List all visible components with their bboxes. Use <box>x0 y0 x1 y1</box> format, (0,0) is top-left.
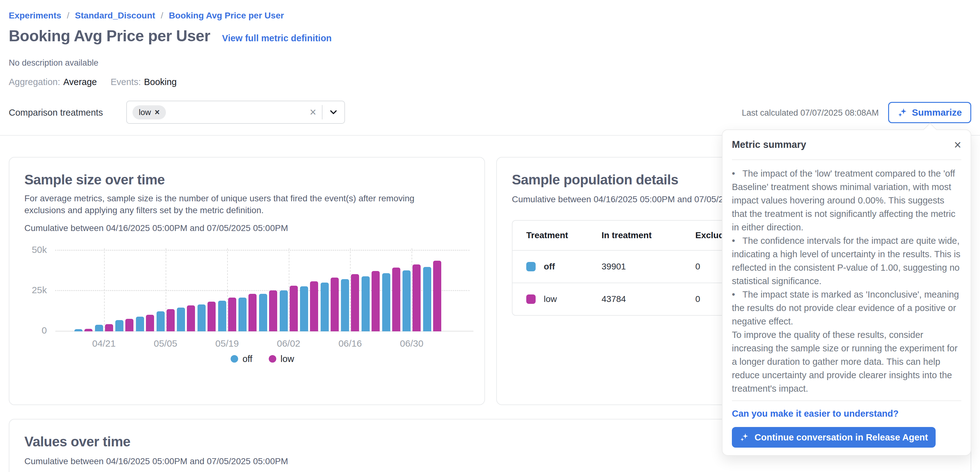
breadcrumb-item[interactable]: Standard_Discount <box>75 11 155 21</box>
bar-off[interactable] <box>75 329 83 331</box>
bar-low[interactable] <box>392 268 400 331</box>
sample-size-title: Sample size over time <box>24 172 469 188</box>
events-field: Events:Booking <box>111 77 177 87</box>
breadcrumb-item[interactable]: Booking Avg Price per User <box>169 11 284 21</box>
table-header-cell: Treatment <box>512 230 601 240</box>
bar-low[interactable] <box>412 265 421 331</box>
bar-pair <box>218 298 236 331</box>
aggregation-field: Aggregation:Average <box>9 77 97 87</box>
comparison-treatments-label: Comparison treatments <box>9 107 103 118</box>
bar-low[interactable] <box>146 315 154 331</box>
bar-low[interactable] <box>84 329 92 331</box>
bar-pair <box>361 271 380 331</box>
bar-off[interactable] <box>218 301 226 331</box>
y-tick-label: 50k <box>24 244 47 255</box>
title-row: Booking Avg Price per User View full met… <box>9 27 332 45</box>
summary-paragraph: To improve the quality of these results,… <box>732 328 961 395</box>
view-full-metric-definition-link[interactable]: View full metric definition <box>222 33 332 43</box>
bar-off[interactable] <box>115 320 123 331</box>
clear-selection-icon[interactable]: × <box>310 107 316 118</box>
bar-off[interactable] <box>136 317 144 331</box>
bar-pair <box>157 309 175 331</box>
bar-off[interactable] <box>423 267 431 331</box>
bar-low[interactable] <box>187 305 195 331</box>
in-treatment-cell: 39901 <box>601 262 695 272</box>
x-tick-label: 06/30 <box>400 338 423 349</box>
bar-pair <box>75 329 92 331</box>
sample-size-chart: 025k50k 04/2105/0505/1906/0206/1606/30 o… <box>24 244 469 372</box>
values-over-time-subtitle: Cumulative between 04/16/2025 05:00PM an… <box>24 456 956 466</box>
bar-off[interactable] <box>177 308 185 331</box>
events-label: Events: <box>111 77 141 87</box>
bar-off[interactable] <box>361 276 370 331</box>
bar-low[interactable] <box>248 294 256 331</box>
continue-conversation-label: Continue conversation in Release Agent <box>755 432 928 443</box>
chevron-down-icon[interactable] <box>328 107 339 118</box>
bar-low[interactable] <box>372 271 380 331</box>
events-value: Booking <box>144 77 177 87</box>
bar-pair <box>423 261 441 331</box>
legend-dot-low <box>269 355 276 363</box>
remove-tag-icon[interactable]: × <box>155 107 160 117</box>
bar-off[interactable] <box>382 273 390 331</box>
bar-low[interactable] <box>207 301 216 331</box>
bar-off[interactable] <box>157 311 165 331</box>
chart-plot-area <box>55 247 469 331</box>
last-calculated-text: Last calculated 07/07/2025 08:08AM <box>742 108 879 118</box>
bar-low[interactable] <box>125 319 134 331</box>
legend-label: off <box>242 354 253 364</box>
bar-low[interactable] <box>290 286 298 331</box>
bar-off[interactable] <box>197 305 205 331</box>
summary-bullet: • The confidence intervals for the impac… <box>732 234 961 288</box>
treatment-tag-label: low <box>139 107 151 117</box>
bar-pair <box>321 277 339 331</box>
treatment-tag: low× <box>132 105 166 120</box>
metric-detail-page: Experiments/Standard_Discount/Booking Av… <box>0 0 980 472</box>
x-tick-label: 06/02 <box>277 338 300 349</box>
breadcrumb-item[interactable]: Experiments <box>9 11 61 21</box>
bar-off[interactable] <box>341 279 349 331</box>
summarize-button[interactable]: Summarize <box>888 102 971 123</box>
bar-off[interactable] <box>300 286 308 331</box>
bar-low[interactable] <box>351 274 359 331</box>
bar-low[interactable] <box>433 261 441 331</box>
in-treatment-cell: 43784 <box>601 294 695 304</box>
sparkle-icon <box>740 433 749 442</box>
popover-title: Metric summary <box>732 139 806 150</box>
x-tick-label: 06/16 <box>339 338 362 349</box>
bar-off[interactable] <box>280 290 288 331</box>
x-tick-label: 05/19 <box>215 338 239 349</box>
bar-off[interactable] <box>402 270 410 331</box>
bar-low[interactable] <box>310 281 318 331</box>
bar-low[interactable] <box>331 277 339 331</box>
close-icon[interactable]: × <box>954 139 961 151</box>
summary-bullets: • The impact of the 'low' treatment comp… <box>732 167 961 328</box>
metric-summary-popover: Metric summary × • The impact of the 'lo… <box>722 129 971 456</box>
legend-item[interactable]: low <box>269 354 294 364</box>
continue-conversation-button[interactable]: Continue conversation in Release Agent <box>732 427 935 448</box>
selected-tags: low× <box>132 105 166 120</box>
vertical-gridline <box>104 248 105 331</box>
treatment-cell: off <box>512 262 601 272</box>
sparkle-icon <box>897 107 907 118</box>
y-tick-label: 25k <box>24 285 47 295</box>
bar-off[interactable] <box>321 282 329 331</box>
bar-low[interactable] <box>167 309 175 331</box>
bar-low[interactable] <box>105 324 113 331</box>
legend-item[interactable]: off <box>231 354 253 364</box>
comparison-treatments-select[interactable]: low× × <box>126 100 345 124</box>
bar-low[interactable] <box>228 298 236 331</box>
bar-off[interactable] <box>239 298 247 331</box>
legend-dot-off <box>231 355 238 363</box>
bar-low[interactable] <box>269 290 277 331</box>
bar-off[interactable] <box>259 294 267 331</box>
popover-header: Metric summary × <box>732 130 961 159</box>
followup-question-link[interactable]: Can you make it easier to understand? <box>732 408 961 419</box>
bar-off[interactable] <box>95 325 103 331</box>
horizontal-gridline <box>55 250 469 251</box>
bar-pair <box>197 301 216 331</box>
select-divider <box>322 105 323 120</box>
breadcrumb-separator: / <box>161 11 164 21</box>
bar-pair <box>239 294 256 331</box>
bar-pair <box>177 305 195 331</box>
